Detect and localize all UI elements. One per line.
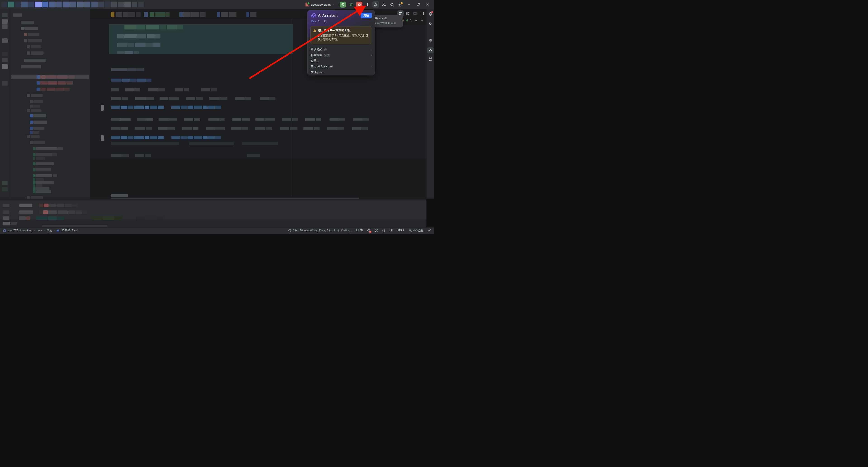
upgrade-button[interactable]: 升级 xyxy=(361,13,372,18)
plugin-toolwindow-button[interactable] xyxy=(427,47,434,53)
search-everywhere-button[interactable] xyxy=(389,1,395,8)
menu-item-completion-policy[interactable]: 补全策略 聚焦 › xyxy=(308,52,375,58)
breadcrumb-file[interactable]: 20250915.md xyxy=(61,229,78,232)
caret-position[interactable]: 31:65 xyxy=(356,229,363,232)
time-tracker-text: 2 hrs 50 mins Writing Docs, 2 hrs 1 min … xyxy=(293,229,352,232)
add-user-icon xyxy=(382,2,386,7)
refresh-quota-icon[interactable] xyxy=(323,20,327,23)
quota-warning-card: 您已达到 Pro 方案的上限。 您的配额将于 12 天后重置。请联系支持团队申请… xyxy=(310,26,371,44)
right-toolwindow-strip xyxy=(426,9,434,199)
ai-chat-toolwindow-button[interactable] xyxy=(427,20,434,27)
stop-button[interactable] xyxy=(356,2,362,8)
minimize-button[interactable] xyxy=(405,1,413,8)
project-avatar-icon xyxy=(305,2,309,7)
database-toolwindow-button[interactable] xyxy=(427,38,434,45)
preview-image-icon xyxy=(413,12,417,16)
settings-button[interactable] xyxy=(397,1,403,8)
indent-widget[interactable]: 4 个空格 xyxy=(408,229,424,233)
debug-button[interactable] xyxy=(348,1,354,8)
submenu-chevron-icon: › xyxy=(370,64,372,68)
title-bar: docs:dev-clean xyxy=(0,0,434,9)
clock-check-icon xyxy=(288,229,291,232)
menu-item-settings[interactable]: 设置... xyxy=(308,58,375,64)
minimize-icon xyxy=(408,3,411,6)
tooltip-title: JetBrains AI xyxy=(371,17,400,20)
quota-warning-title: 您已达到 Pro 方案的上限。 xyxy=(318,29,352,32)
unlock-icon xyxy=(428,229,431,232)
menu-item-label: 离线模式 xyxy=(311,48,322,52)
time-tracker-widget[interactable]: 2 hrs 50 mins Writing Docs, 2 hrs 1 min … xyxy=(288,229,352,232)
search-icon xyxy=(390,2,394,7)
editor-area[interactable] xyxy=(90,9,426,199)
submenu-chevron-icon: › xyxy=(370,53,372,57)
breadcrumb-separator: › xyxy=(54,229,55,232)
project-name: docs:dev-clean xyxy=(311,3,331,6)
breadcrumb-separator: › xyxy=(34,229,35,232)
line-ending-widget[interactable]: LF xyxy=(390,229,393,232)
popup-menu: 离线模式 开 › 补全策略 聚焦 › 设置... 禁用 AI Assistant… xyxy=(308,47,375,75)
menu-item-value: 开 xyxy=(324,48,327,52)
indent-text: 4 个空格 xyxy=(413,229,424,233)
ai-assistant-logo-icon xyxy=(311,13,316,18)
breadcrumb-separator: › xyxy=(44,229,45,232)
breadcrumb[interactable]: rand777-plume-blog › docs › 杂文 › M↓ 2025… xyxy=(3,229,78,233)
marker-off-icon xyxy=(375,229,378,232)
project-widget[interactable]: docs:dev-clean xyxy=(305,2,335,7)
stop-icon xyxy=(358,3,361,6)
view-preview-button[interactable] xyxy=(412,10,418,17)
breadcrumb-docs[interactable]: docs xyxy=(37,229,42,232)
menu-item-label: 设置... xyxy=(311,59,319,63)
chevron-down-icon xyxy=(332,3,335,6)
rerun-icon xyxy=(341,3,345,6)
encoding-widget[interactable]: UTF-8 xyxy=(397,229,404,232)
menu-item-value: 聚焦 xyxy=(324,53,330,57)
checks-icon xyxy=(405,19,409,22)
submenu-chevron-icon: › xyxy=(370,48,372,51)
ok-count: 1 xyxy=(410,19,412,22)
restore-icon xyxy=(417,3,420,6)
breadcrumb-project[interactable]: rand777-plume-blog xyxy=(8,229,32,232)
close-button[interactable] xyxy=(424,1,431,8)
notifications-button[interactable] xyxy=(427,11,434,17)
menu-item-disable-ai[interactable]: 禁用 AI Assistant › xyxy=(308,64,375,69)
menu-item-discover-features[interactable]: 发现功能... xyxy=(308,69,375,75)
prev-problem-icon[interactable] xyxy=(414,19,417,22)
project-tree-panel[interactable] xyxy=(10,9,90,199)
blurred-menu-mosaic xyxy=(1,2,148,8)
more-actions-button[interactable] xyxy=(364,1,371,8)
monkey-face-icon xyxy=(428,57,433,62)
status-bar: rand777-plume-blog › docs › 杂文 › M↓ 2025… xyxy=(0,227,434,233)
monkey-plugin-toolwindow-button[interactable] xyxy=(427,56,434,62)
warning-icon xyxy=(313,29,316,32)
left-toolwindow-strip[interactable] xyxy=(0,9,10,199)
plugin-icon xyxy=(428,48,432,52)
code-style-widget[interactable]: {} xyxy=(382,229,385,232)
restore-button[interactable] xyxy=(414,1,422,8)
next-problem-icon[interactable] xyxy=(421,19,424,22)
markdown-file-icon: M↓ xyxy=(57,229,60,232)
ai-assistant-button[interactable] xyxy=(372,1,379,8)
editor-more-button[interactable] xyxy=(422,10,426,17)
bug-icon xyxy=(349,2,353,7)
kebab-menu-icon xyxy=(366,3,369,6)
menu-item-offline-mode[interactable]: 离线模式 开 › xyxy=(308,47,375,52)
copilot-status-button[interactable]: ✕ xyxy=(367,229,370,232)
indent-settings-icon xyxy=(408,229,412,232)
ai-assistant-popup: AI Assistant 升级 Pro 您已达到 Pro 方案的上限。 您的配额… xyxy=(307,10,375,75)
kebab-menu-icon xyxy=(422,12,425,15)
settings-notification-dot xyxy=(400,2,403,4)
plan-label[interactable]: Pro xyxy=(311,20,315,23)
code-with-me-button[interactable] xyxy=(380,1,387,8)
rerun-button[interactable] xyxy=(340,2,346,8)
close-icon xyxy=(426,3,429,6)
project-module-icon xyxy=(3,229,6,232)
readonly-toggle[interactable] xyxy=(428,229,431,232)
highlighting-level-button[interactable] xyxy=(375,229,378,232)
view-split-button[interactable] xyxy=(405,10,411,17)
external-link-icon xyxy=(317,20,320,22)
popup-title: AI Assistant xyxy=(318,13,338,17)
menu-item-label: 发现功能... xyxy=(311,70,325,74)
breadcrumb-folder[interactable]: 杂文 xyxy=(47,229,52,233)
menu-item-label: 补全策略 xyxy=(311,53,322,57)
notification-dot xyxy=(431,11,433,13)
